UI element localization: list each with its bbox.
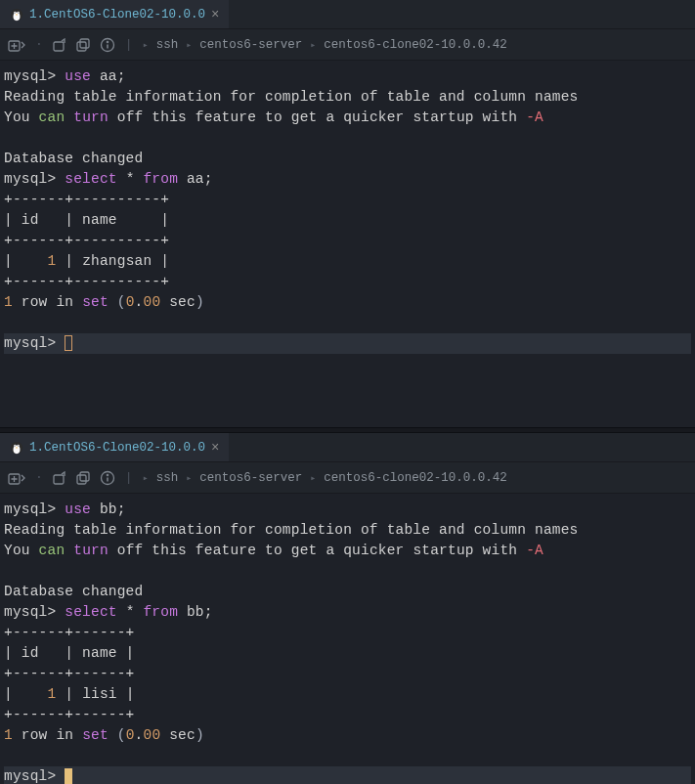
toolbar-separator: · xyxy=(35,470,43,485)
breadcrumb: ▸ ssh ▸ centos6-server ▸ centos6-clone02… xyxy=(143,471,507,485)
toolbar: · | ▸ ssh ▸ centos6-server ▸ centos6-clo… xyxy=(0,462,695,494)
chevron-right-icon: ▸ xyxy=(310,39,316,51)
chevron-right-icon: ▸ xyxy=(143,472,149,484)
info-icon[interactable] xyxy=(100,37,115,53)
svg-point-5 xyxy=(18,12,19,13)
svg-point-11 xyxy=(107,41,109,43)
new-tab-icon[interactable] xyxy=(8,471,25,485)
chevron-right-icon: ▸ xyxy=(143,39,149,51)
penguin-icon xyxy=(10,8,23,22)
terminal-output[interactable]: mysql> use aa; Reading table information… xyxy=(0,61,695,427)
terminal-pane: 1.CentOS6-Clone02-10.0.0 × · | ▸ ssh ▸ c… xyxy=(0,433,695,784)
breadcrumb-item[interactable]: ssh xyxy=(156,38,179,52)
svg-rect-21 xyxy=(80,472,89,481)
toolbar: · | ▸ ssh ▸ centos6-server ▸ centos6-clo… xyxy=(0,29,695,61)
svg-rect-19 xyxy=(54,475,64,484)
terminal-pane: 1.CentOS6-Clone02-10.0.0 × · | ▸ ssh ▸ c… xyxy=(0,0,695,427)
duplicate-icon[interactable] xyxy=(76,38,90,52)
svg-point-1 xyxy=(14,12,21,21)
info-icon[interactable] xyxy=(100,470,115,486)
svg-point-17 xyxy=(18,445,19,446)
new-tab-icon[interactable] xyxy=(8,38,25,52)
svg-point-4 xyxy=(15,12,16,13)
close-icon[interactable]: × xyxy=(211,7,219,22)
active-prompt-line[interactable]: mysql> xyxy=(4,333,691,354)
tab-bar: 1.CentOS6-Clone02-10.0.0 × xyxy=(0,0,695,29)
svg-point-13 xyxy=(14,445,21,454)
svg-point-23 xyxy=(107,474,109,476)
tab-title: 1.CentOS6-Clone02-10.0.0 xyxy=(29,8,205,22)
svg-rect-20 xyxy=(77,475,86,484)
cursor-icon xyxy=(65,335,72,351)
toolbar-separator: | xyxy=(125,470,133,485)
breadcrumb-item[interactable]: ssh xyxy=(156,471,179,485)
terminal-output[interactable]: mysql> use bb; Reading table information… xyxy=(0,494,695,784)
breadcrumb-item[interactable]: centos6-server xyxy=(199,38,302,52)
svg-rect-9 xyxy=(80,39,89,48)
terminal-tab[interactable]: 1.CentOS6-Clone02-10.0.0 × xyxy=(0,0,229,28)
active-prompt-line[interactable]: mysql> xyxy=(4,766,691,784)
export-icon[interactable] xyxy=(53,471,66,485)
chevron-right-icon: ▸ xyxy=(310,472,316,484)
export-icon[interactable] xyxy=(53,38,66,52)
breadcrumb-item[interactable]: centos6-server xyxy=(199,471,302,485)
penguin-icon xyxy=(10,441,23,455)
duplicate-icon[interactable] xyxy=(76,471,90,485)
svg-point-16 xyxy=(15,445,16,446)
tab-bar: 1.CentOS6-Clone02-10.0.0 × xyxy=(0,433,695,462)
toolbar-separator: | xyxy=(125,37,133,52)
svg-rect-7 xyxy=(54,42,64,51)
close-icon[interactable]: × xyxy=(211,440,219,456)
breadcrumb-item[interactable]: centos6-clone02-10.0.0.42 xyxy=(324,38,507,52)
cursor-icon xyxy=(65,768,72,784)
breadcrumb: ▸ ssh ▸ centos6-server ▸ centos6-clone02… xyxy=(143,38,507,52)
chevron-right-icon: ▸ xyxy=(186,472,192,484)
breadcrumb-item[interactable]: centos6-clone02-10.0.0.42 xyxy=(324,471,507,485)
svg-rect-8 xyxy=(77,42,86,51)
toolbar-separator: · xyxy=(35,37,43,52)
tab-title: 1.CentOS6-Clone02-10.0.0 xyxy=(29,441,205,455)
terminal-tab[interactable]: 1.CentOS6-Clone02-10.0.0 × xyxy=(0,433,229,461)
chevron-right-icon: ▸ xyxy=(186,39,192,51)
